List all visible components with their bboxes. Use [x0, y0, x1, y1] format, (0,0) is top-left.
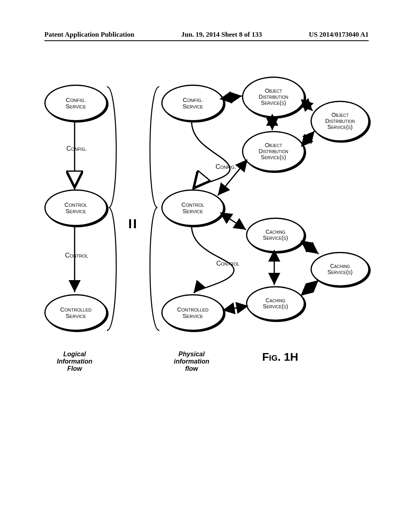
node-od-top: Object Distribution Service(s) — [242, 77, 305, 117]
node-label: Distribution — [325, 118, 355, 124]
brace-logical — [107, 87, 116, 330]
node-label: Control — [181, 202, 204, 208]
arrow-physical-config — [192, 121, 230, 188]
node-physical-config: Config. Service — [161, 85, 224, 121]
node-label: Caching — [330, 263, 350, 269]
node-label: Controlled — [60, 306, 92, 313]
edge-odtop-odright — [302, 101, 313, 111]
node-logical-config: Config. Service — [44, 85, 107, 121]
caption-physical: Physical information flow — [161, 351, 222, 372]
header-left: Patent Application Publication — [44, 31, 134, 39]
node-label: Object — [265, 88, 282, 94]
edge-config-odtop — [222, 96, 242, 99]
node-label: Service(s) — [263, 235, 288, 241]
node-label: Service — [66, 313, 86, 319]
node-logical-control: Control Service — [44, 189, 107, 226]
edge-odmid-odright — [302, 131, 315, 145]
edge-label-physical-control: Control — [210, 260, 246, 267]
node-label: Distribution — [259, 94, 288, 100]
node-label: Config. — [183, 97, 203, 103]
node-label: Service(s) — [327, 269, 353, 275]
edge-cachebot-cacheright — [302, 280, 319, 294]
header-center: Jun. 19, 2014 Sheet 8 of 133 — [181, 31, 262, 39]
node-label: Object — [265, 142, 282, 148]
node-od-right: Object Distribution Service(s) — [311, 101, 369, 141]
node-label: Service — [66, 208, 86, 214]
header-rule — [44, 40, 369, 41]
page-header: Patent Application Publication Jun. 19, … — [44, 31, 369, 39]
edge-cachetop-cacheright — [302, 242, 319, 254]
node-label: Service(s) — [263, 303, 288, 310]
caption-logical: Logical Information Flow — [44, 351, 105, 372]
node-label: Control — [65, 202, 88, 208]
header-right: US 2014/0173040 A1 — [309, 31, 369, 39]
node-label: Service — [183, 208, 203, 214]
node-label: Service — [183, 103, 203, 110]
node-label: Object — [332, 112, 349, 118]
node-label: Service(s) — [327, 124, 353, 130]
node-label: Service(s) — [261, 154, 286, 160]
node-label: Controlled — [177, 306, 209, 313]
node-physical-controlled: Controlled Service — [161, 294, 224, 331]
node-label: Service — [66, 103, 86, 110]
edge-label-logical-config: Config. — [60, 145, 93, 152]
node-label: Service(s) — [261, 100, 286, 106]
equals-icon: = — [122, 218, 142, 229]
edge-cachebot-controlled — [223, 306, 246, 310]
node-od-mid: Object Distribution Service(s) — [242, 131, 305, 172]
node-label: Caching — [265, 229, 285, 235]
node-label: Service — [183, 313, 203, 319]
figure-1h: Config. Service Config. Control Service … — [44, 69, 367, 431]
brace-physical — [150, 87, 159, 330]
figure-label: Fig. 1H — [262, 351, 298, 364]
arrow-physical-control — [192, 226, 234, 293]
node-physical-control: Control Service — [161, 189, 224, 226]
node-logical-controlled: Controlled Service — [44, 294, 107, 331]
node-label: Caching — [265, 297, 285, 303]
node-cache-bot: Caching Service(s) — [246, 286, 305, 321]
node-cache-right: Caching Service(s) — [311, 252, 369, 287]
edge-control-cachetop — [222, 214, 246, 230]
edge-label-physical-config: Config. — [210, 163, 242, 170]
edge-label-logical-control: Control — [60, 252, 93, 259]
node-label: Config. — [66, 97, 86, 103]
node-cache-top: Caching Service(s) — [246, 218, 305, 252]
node-label: Distribution — [259, 148, 288, 154]
